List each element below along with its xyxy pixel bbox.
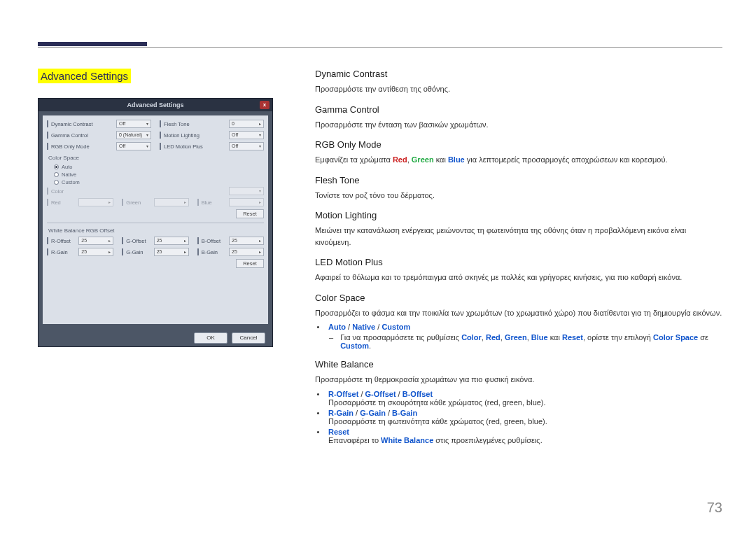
radio-native[interactable]: Native bbox=[54, 171, 264, 178]
stepper-g-offset[interactable]: 25▸ bbox=[154, 237, 189, 245]
sec-body-motion: Μειώνει την κατανάλωση ενέργειας μειώνον… bbox=[315, 225, 722, 248]
reset-colorspace-button[interactable]: Reset bbox=[236, 209, 264, 218]
dropdown-color: ▾ bbox=[229, 187, 264, 195]
sec-body-rgb: Εμφανίζει τα χρώματα Red, Green και Blue… bbox=[315, 154, 722, 166]
cancel-button[interactable]: Cancel bbox=[232, 332, 265, 344]
dialog-title-text: Advanced Settings bbox=[127, 101, 183, 108]
ctrl-dynamic-contrast: Dynamic Contrast Off▾ bbox=[47, 120, 151, 128]
stepper-b-gain[interactable]: 25▸ bbox=[229, 248, 264, 256]
sec-title-motion: Motion Lighting bbox=[315, 210, 722, 220]
ctrl-gamma: Gamma Control 0 (Natural)▾ bbox=[47, 131, 151, 139]
bullet-cs-1: • Auto / Native / Custom bbox=[315, 323, 722, 331]
sec-title-led: LED Motion Plus bbox=[315, 257, 722, 267]
dropdown-rgb-only[interactable]: Off▾ bbox=[116, 142, 151, 150]
sec-title-rgb: RGB Only Mode bbox=[315, 139, 722, 150]
sec-title-wb: White Balance bbox=[315, 359, 722, 370]
sec-body-cs: Προσαρμόζει το φάσμα και την ποικιλία τω… bbox=[315, 307, 722, 319]
sec-body-gamma: Προσαρμόστε την ένταση των βασικών χρωμά… bbox=[315, 119, 722, 131]
stepper-r-offset[interactable]: 25▸ bbox=[78, 237, 113, 245]
stepper-b-offset[interactable]: 25▸ bbox=[229, 237, 264, 245]
stepper-r-gain[interactable]: 25▸ bbox=[78, 248, 113, 256]
sec-title-flesh: Flesh Tone bbox=[315, 175, 722, 185]
radio-auto[interactable]: Auto bbox=[54, 164, 264, 170]
bullet-wb-offset: • R-Offset / G-Offset / B-OffsetΠροσαρμό… bbox=[315, 390, 722, 407]
close-icon[interactable]: x bbox=[260, 101, 270, 109]
ctrl-rgb-only: RGB Only Mode Off▾ bbox=[47, 142, 151, 150]
content-column: Dynamic Contrast Προσαρμόστε την αντίθεσ… bbox=[315, 69, 722, 454]
bullet-wb-reset: • ResetΕπαναφέρει το White Balance στις … bbox=[315, 428, 722, 444]
advanced-settings-dialog: Advanced Settings x Dynamic Contrast Off… bbox=[38, 98, 273, 347]
page-number: 73 bbox=[707, 500, 722, 516]
ok-button[interactable]: OK bbox=[194, 332, 227, 344]
page-title: Advanced Settings bbox=[38, 69, 131, 83]
sec-title-gamma: Gamma Control bbox=[315, 104, 722, 115]
sec-body-led: Αφαιρεί το θόλωμα και το τρεμόπαιγμα από… bbox=[315, 272, 722, 283]
ctrl-led-motion: LED Motion Plus Off▾ bbox=[160, 142, 264, 150]
sec-title-cs: Color Space bbox=[315, 293, 722, 303]
sec-body-flesh: Τονίστε τον ροζ τόνο του δέρματος. bbox=[315, 190, 722, 202]
dropdown-gamma[interactable]: 0 (Natural)▾ bbox=[116, 131, 151, 139]
header-accent bbox=[38, 42, 147, 46]
sub-bullet-cs: – Για να προσαρμόσετε τις ρυθμίσεις Colo… bbox=[329, 333, 722, 350]
dialog-body: Dynamic Contrast Off▾ Flesh Tone 0▸ Gamm… bbox=[43, 115, 268, 324]
ctrl-flesh-tone: Flesh Tone 0▸ bbox=[160, 120, 264, 128]
sec-body-dyn: Προσαρμόστε την αντίθεση της οθόνης. bbox=[315, 83, 722, 95]
dropdown-led-motion[interactable]: Off▾ bbox=[229, 142, 264, 150]
ctrl-motion-lighting: Motion Lighting Off▾ bbox=[160, 131, 264, 139]
stepper-g-gain[interactable]: 25▸ bbox=[154, 248, 189, 256]
reset-wb-button[interactable]: Reset bbox=[236, 259, 264, 268]
dialog-titlebar: Advanced Settings x bbox=[38, 99, 272, 111]
bullet-wb-gain: • R-Gain / G-Gain / B-GainΠροσαρμόστε τη… bbox=[315, 409, 722, 426]
sec-body-wb: Προσαρμόστε τη θερμοκρασία χρωμάτων για … bbox=[315, 374, 722, 386]
wb-group-label: White Balance RGB Offset bbox=[48, 227, 264, 234]
dropdown-motion-lighting[interactable]: Off▾ bbox=[229, 131, 264, 139]
sec-title-dyn: Dynamic Contrast bbox=[315, 69, 722, 79]
radio-custom[interactable]: Custom bbox=[54, 179, 264, 185]
dropdown-flesh-tone[interactable]: 0▸ bbox=[229, 120, 264, 128]
color-space-group-label: Color Space bbox=[48, 155, 264, 161]
header-rule bbox=[38, 47, 722, 48]
dropdown-dynamic-contrast[interactable]: Off▾ bbox=[116, 120, 151, 128]
